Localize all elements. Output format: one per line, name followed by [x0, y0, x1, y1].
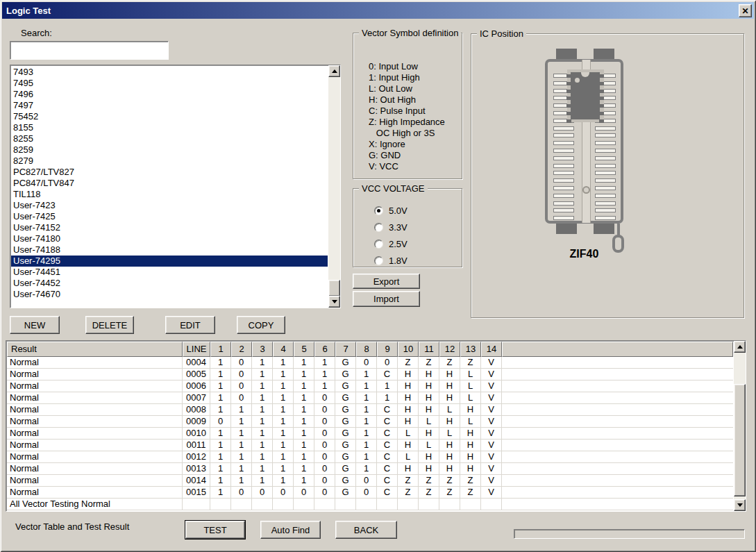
- table-cell: 0015: [183, 487, 210, 499]
- test-button[interactable]: TEST: [185, 521, 245, 539]
- table-header-cell[interactable]: 10: [398, 342, 419, 357]
- scroll-down-icon[interactable]: [328, 296, 340, 308]
- table-cell: [502, 357, 733, 369]
- table-header-cell[interactable]: 7: [335, 342, 356, 357]
- device-list-item[interactable]: User-74152: [11, 222, 328, 233]
- vcc-option-2.5V[interactable]: 2.5V: [374, 239, 408, 249]
- table-header-cell[interactable]: 14: [481, 342, 502, 357]
- table-cell: G: [335, 428, 356, 440]
- vector-symbol-line: 0: Input Low: [369, 61, 445, 72]
- pin-slot: [553, 133, 574, 137]
- table-cell: Z: [398, 475, 419, 487]
- table-row[interactable]: Normal0008111110G1CHHLHV: [7, 404, 733, 416]
- table-cell: H: [439, 440, 460, 451]
- search-input[interactable]: [10, 41, 169, 60]
- device-list-item[interactable]: 8279: [11, 156, 328, 167]
- copy-button[interactable]: COPY: [237, 316, 285, 334]
- table-row[interactable]: Normal0007101110G11HHHLV: [7, 392, 733, 404]
- device-list-item[interactable]: User-74295: [11, 256, 328, 267]
- device-list-item[interactable]: User-74188: [11, 244, 328, 256]
- device-list-item[interactable]: User-74452: [11, 278, 328, 289]
- device-list-item[interactable]: User-74670: [11, 289, 328, 300]
- device-list-item[interactable]: User-74451: [11, 267, 328, 278]
- table-cell: [502, 416, 733, 428]
- table-header-cell[interactable]: 11: [419, 342, 439, 357]
- table-cell: H: [419, 392, 439, 404]
- table-row[interactable]: Normal0005101111G1CHHHLV: [7, 369, 733, 380]
- table-row[interactable]: Normal0015100000G0CZZZZV: [7, 487, 733, 499]
- table-header-cell[interactable]: 4: [273, 342, 294, 357]
- auto-find-button[interactable]: Auto Find: [260, 521, 321, 539]
- device-list-item[interactable]: PC847/LTV847: [11, 178, 328, 189]
- table-row[interactable]: Normal0014111110G0CZZZZV: [7, 475, 733, 487]
- delete-button[interactable]: DELETE: [85, 316, 134, 334]
- vcc-option-3.3V[interactable]: 3.3V: [374, 222, 408, 232]
- back-button[interactable]: BACK: [335, 521, 397, 539]
- table-cell: H: [439, 380, 460, 392]
- device-list-item[interactable]: 8255: [11, 133, 328, 144]
- scroll-up-icon[interactable]: [734, 341, 746, 353]
- table-scrollbar[interactable]: [734, 341, 746, 511]
- device-list-item[interactable]: TIL118: [11, 189, 328, 200]
- table-header-cell[interactable]: 12: [439, 342, 460, 357]
- device-list-item[interactable]: 7496: [11, 89, 328, 100]
- table-header-cell[interactable]: 3: [252, 342, 273, 357]
- table-cell: V: [481, 357, 502, 369]
- title-bar[interactable]: Logic Test ✕: [2, 2, 754, 19]
- radio-selected-icon[interactable]: [374, 206, 383, 215]
- device-list-item[interactable]: User-7425: [11, 211, 328, 222]
- table-cell: G: [335, 440, 356, 451]
- import-button[interactable]: Import: [353, 291, 420, 307]
- table-cell: [231, 499, 252, 510]
- edit-button[interactable]: EDIT: [165, 316, 215, 334]
- device-list-scrollbar[interactable]: [328, 65, 340, 308]
- scroll-up-icon[interactable]: [328, 65, 340, 77]
- table-cell: 0: [252, 487, 273, 499]
- table-header-cell[interactable]: 6: [314, 342, 335, 357]
- table-header-cell[interactable]: 1: [210, 342, 231, 357]
- device-list-item[interactable]: 7493: [11, 67, 328, 78]
- pin-slot: [595, 149, 616, 153]
- radio-icon[interactable]: [374, 240, 383, 249]
- scroll-down-icon[interactable]: [734, 499, 746, 511]
- table-row[interactable]: Normal0013111110G1CHHHHV: [7, 463, 733, 475]
- device-list-item[interactable]: 7495: [11, 78, 328, 89]
- table-cell: [377, 499, 398, 510]
- table-header-cell[interactable]: 9: [377, 342, 398, 357]
- device-list-item[interactable]: 8155: [11, 122, 328, 133]
- table-header-cell[interactable]: 2: [231, 342, 252, 357]
- table-cell: V: [481, 404, 502, 416]
- table-row[interactable]: Normal0006101111G11HHHLV: [7, 380, 733, 392]
- export-button[interactable]: Export: [353, 274, 420, 289]
- scrollbar-thumb[interactable]: [328, 280, 340, 296]
- vector-table[interactable]: ResultLINE1234567891011121314Normal00041…: [6, 340, 746, 512]
- table-header-cell[interactable]: 5: [294, 342, 314, 357]
- table-header-cell[interactable]: 8: [356, 342, 377, 357]
- table-row[interactable]: Normal0011111110G1CHLHHV: [7, 440, 733, 451]
- vcc-option-1.8V[interactable]: 1.8V: [374, 256, 408, 265]
- close-icon[interactable]: ✕: [739, 4, 752, 17]
- device-list-item[interactable]: PC827/LTV827: [11, 167, 328, 178]
- radio-icon[interactable]: [374, 223, 383, 232]
- table-row[interactable]: Normal0009011110G1CHLHLV: [7, 416, 733, 428]
- device-list-item[interactable]: 8259: [11, 144, 328, 156]
- table-header-cell[interactable]: LINE: [183, 342, 210, 357]
- new-button[interactable]: NEW: [10, 316, 60, 334]
- table-row[interactable]: Normal0012111110G1CLHHHV: [7, 451, 733, 463]
- device-list-item[interactable]: User-74180: [11, 233, 328, 244]
- table-header-cell[interactable]: 13: [460, 342, 481, 357]
- table-header-cell[interactable]: Result: [7, 342, 183, 357]
- device-list-item[interactable]: 75452: [11, 111, 328, 122]
- table-header-cell[interactable]: [502, 342, 733, 357]
- vcc-option-5.0V[interactable]: 5.0V: [374, 206, 408, 215]
- device-list-item[interactable]: 7497: [11, 100, 328, 111]
- table-row[interactable]: Normal0010111110G1CLHLHV: [7, 428, 733, 440]
- table-row[interactable]: Normal0004101111G00ZZZZV: [7, 357, 733, 369]
- table-cell: 0: [314, 428, 335, 440]
- scrollbar-thumb[interactable]: [734, 384, 746, 496]
- chip-pin: [599, 74, 604, 78]
- device-list[interactable]: 7493749574967497754528155825582598279PC8…: [10, 65, 341, 308]
- vector-symbol-line: G: GND: [369, 150, 445, 161]
- device-list-item[interactable]: User-7423: [11, 200, 328, 211]
- radio-icon[interactable]: [374, 256, 383, 265]
